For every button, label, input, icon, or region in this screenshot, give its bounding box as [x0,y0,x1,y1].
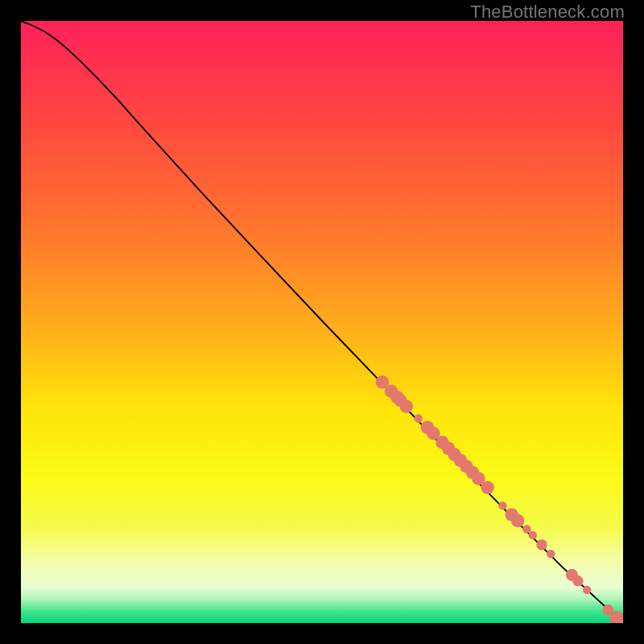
data-point [498,502,506,510]
data-point [572,576,583,586]
chart-stage: TheBottleneck.com [0,0,644,644]
data-point [481,481,493,493]
watermark-text: TheBottleneck.com [470,2,625,23]
data-point [529,531,537,539]
plot-area [21,21,623,623]
data-point [414,414,422,422]
data-point [399,399,412,412]
data-point [583,586,591,594]
data-point [547,550,555,558]
data-point [536,539,547,550]
data-point [511,514,524,527]
data-point [522,525,530,533]
plot-svg [21,21,623,623]
